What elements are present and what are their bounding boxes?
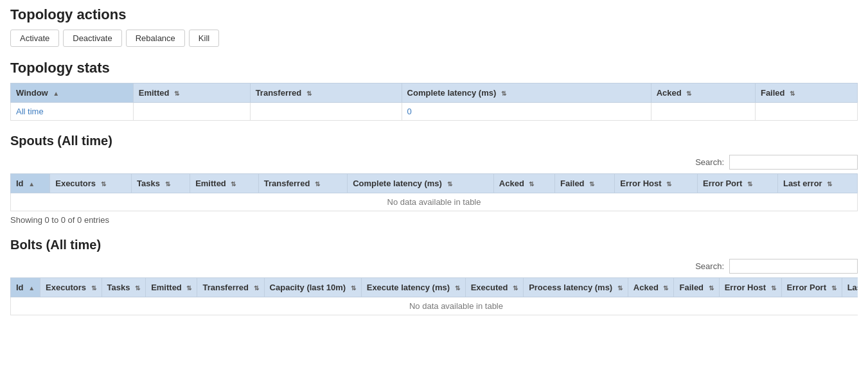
topology-stats-table: Window ▲ Emitted ⇅ Transferred ⇅ Complet… — [10, 83, 858, 121]
sort-icon-bolts-executed: ⇅ — [513, 285, 518, 292]
sort-icon-bolts-execute-latency: ⇅ — [455, 285, 460, 292]
stats-col-transferred[interactable]: Transferred ⇅ — [250, 83, 402, 103]
sort-icon-spouts-transferred: ⇅ — [315, 180, 320, 188]
sort-icon-spouts-executors: ⇅ — [101, 180, 106, 188]
bolts-no-data-row: No data available in table — [11, 297, 858, 315]
stats-cell-complete-latency: 0 — [402, 103, 651, 121]
spouts-search-row: Search: — [10, 155, 858, 170]
bolts-col-executors[interactable]: Executors ⇅ — [40, 278, 102, 297]
sort-icon-spouts-last-error: ⇅ — [827, 180, 832, 188]
topology-stats-table-wrapper: Window ▲ Emitted ⇅ Transferred ⇅ Complet… — [10, 83, 858, 121]
stats-cell-transferred — [250, 103, 402, 121]
sort-icon-bolts-tasks: ⇅ — [135, 285, 140, 292]
stats-col-acked[interactable]: Acked ⇅ — [651, 83, 755, 103]
stats-col-complete-latency[interactable]: Complete latency (ms) ⇅ — [402, 83, 651, 103]
sort-icon-spouts-acked: ⇅ — [529, 180, 534, 188]
sort-icon-bolts-acked: ⇅ — [663, 285, 668, 292]
stats-row-alltime: All time 0 — [11, 103, 858, 121]
spouts-showing-text: Showing 0 to 0 of 0 entries — [10, 215, 858, 225]
topology-actions-row: Activate Deactivate Rebalance Kill — [10, 30, 858, 47]
topology-stats-title: Topology stats — [10, 60, 858, 76]
stats-col-window[interactable]: Window ▲ — [11, 83, 134, 103]
bolts-col-failed[interactable]: Failed ⇅ — [674, 278, 719, 297]
bolts-search-row: Search: — [10, 259, 858, 274]
bolts-col-executed[interactable]: Executed ⇅ — [465, 278, 523, 297]
sort-icon-complete-latency: ⇅ — [501, 90, 506, 97]
stats-cell-acked — [651, 103, 755, 121]
spouts-col-failed[interactable]: Failed ⇅ — [555, 174, 615, 193]
sort-icon-bolts-id: ▲ — [28, 285, 35, 292]
sort-icon-spouts-tasks: ⇅ — [165, 180, 170, 188]
deactivate-button[interactable]: Deactivate — [63, 30, 121, 47]
sort-icon-spouts-error-port: ⇅ — [747, 180, 752, 188]
activate-button[interactable]: Activate — [10, 30, 59, 47]
sort-icon-spouts-failed: ⇅ — [589, 180, 594, 188]
stats-cell-window: All time — [11, 103, 134, 121]
bolts-col-emitted[interactable]: Emitted ⇅ — [146, 278, 197, 297]
bolts-col-transferred[interactable]: Transferred ⇅ — [197, 278, 264, 297]
spouts-no-data-row: No data available in table — [11, 193, 858, 211]
bolts-col-last-error[interactable]: Last error ⇅ — [842, 278, 858, 297]
spouts-col-tasks[interactable]: Tasks ⇅ — [132, 174, 190, 193]
stats-cell-failed — [755, 103, 857, 121]
stats-cell-emitted — [133, 103, 250, 121]
spouts-table-wrapper: Id ▲ Executors ⇅ Tasks ⇅ Emitted ⇅ Trans… — [10, 173, 858, 211]
sort-icon-bolts-executors: ⇅ — [91, 285, 96, 292]
bolts-table: Id ▲ Executors ⇅ Tasks ⇅ Emitted ⇅ Trans… — [10, 277, 858, 315]
sort-icon-bolts-failed: ⇅ — [709, 285, 714, 292]
spouts-col-executors[interactable]: Executors ⇅ — [50, 174, 132, 193]
bolts-col-process-latency[interactable]: Process latency (ms) ⇅ — [524, 278, 628, 297]
sort-icon-spouts-error-host: ⇅ — [666, 180, 671, 188]
spouts-col-acked[interactable]: Acked ⇅ — [493, 174, 554, 193]
sort-icon-spouts-emitted: ⇅ — [231, 180, 236, 188]
sort-icon-bolts-process-latency: ⇅ — [617, 285, 623, 292]
bolts-col-id[interactable]: Id ▲ — [11, 278, 40, 297]
spouts-col-transferred[interactable]: Transferred ⇅ — [258, 174, 347, 193]
sort-icon-acked: ⇅ — [686, 90, 691, 97]
sort-icon-spouts-complete-latency: ⇅ — [447, 180, 452, 188]
spouts-col-emitted[interactable]: Emitted ⇅ — [190, 174, 259, 193]
stats-col-emitted[interactable]: Emitted ⇅ — [133, 83, 250, 103]
spouts-col-complete-latency[interactable]: Complete latency (ms) ⇅ — [348, 174, 494, 193]
bolts-col-error-port[interactable]: Error Port ⇅ — [781, 278, 842, 297]
bolts-no-data-cell: No data available in table — [11, 297, 858, 315]
spouts-col-id[interactable]: Id ▲ — [11, 174, 50, 193]
sort-icon-transferred: ⇅ — [306, 90, 312, 97]
spouts-title: Spouts (All time) — [10, 134, 858, 148]
spouts-table: Id ▲ Executors ⇅ Tasks ⇅ Emitted ⇅ Trans… — [10, 173, 858, 211]
sort-icon-bolts-error-port: ⇅ — [831, 285, 837, 292]
bolts-search-label: Search: — [695, 261, 724, 271]
sort-icon-failed: ⇅ — [790, 90, 795, 97]
bolts-col-acked[interactable]: Acked ⇅ — [628, 278, 674, 297]
bolts-col-tasks[interactable]: Tasks ⇅ — [102, 278, 146, 297]
topology-actions-title: Topology actions — [10, 6, 858, 23]
spouts-col-error-port[interactable]: Error Port ⇅ — [698, 174, 778, 193]
sort-icon-spouts-id: ▲ — [28, 180, 35, 188]
bolts-col-capacity[interactable]: Capacity (last 10m) ⇅ — [264, 278, 361, 297]
sort-icon-window: ▲ — [53, 90, 59, 97]
spouts-col-last-error[interactable]: Last error ⇅ — [777, 174, 857, 193]
sort-icon-bolts-transferred: ⇅ — [254, 285, 259, 292]
bolts-col-execute-latency[interactable]: Execute latency (ms) ⇅ — [361, 278, 465, 297]
sort-icon-bolts-emitted: ⇅ — [186, 285, 191, 292]
sort-icon-emitted: ⇅ — [174, 90, 179, 97]
rebalance-button[interactable]: Rebalance — [126, 30, 185, 47]
spouts-no-data-cell: No data available in table — [11, 193, 858, 211]
spouts-search-input[interactable] — [729, 155, 858, 170]
bolts-col-error-host[interactable]: Error Host ⇅ — [719, 278, 781, 297]
stats-col-failed[interactable]: Failed ⇅ — [755, 83, 857, 103]
bolts-title: Bolts (All time) — [10, 238, 858, 252]
spouts-col-error-host[interactable]: Error Host ⇅ — [615, 174, 698, 193]
bolts-table-wrapper: Id ▲ Executors ⇅ Tasks ⇅ Emitted ⇅ Trans… — [10, 277, 858, 315]
sort-icon-bolts-error-host: ⇅ — [771, 285, 776, 292]
spouts-search-label: Search: — [695, 157, 724, 167]
bolts-search-input[interactable] — [729, 259, 858, 274]
kill-button[interactable]: Kill — [189, 30, 219, 47]
sort-icon-bolts-capacity: ⇅ — [351, 285, 356, 292]
